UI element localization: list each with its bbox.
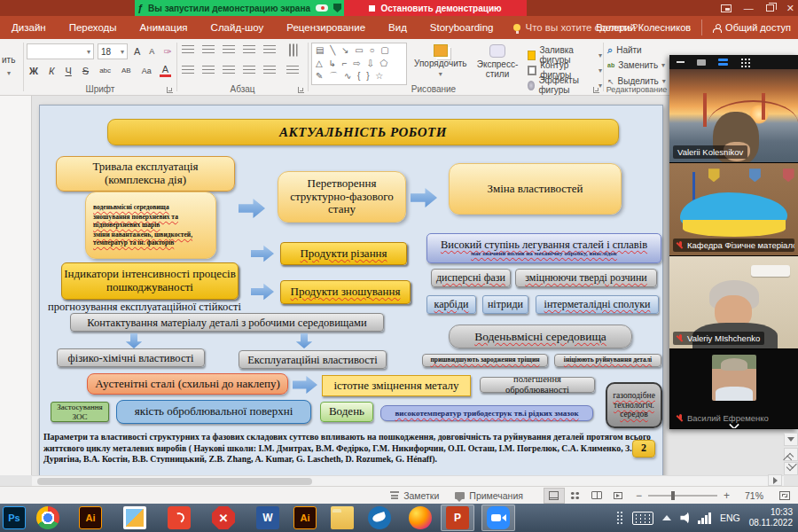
scrollbar-thumb[interactable]: [37, 478, 312, 485]
tray-handle-icon[interactable]: [616, 511, 623, 525]
taskbar-zoom-active[interactable]: [481, 505, 515, 531]
strikethrough-button[interactable]: S: [80, 66, 91, 76]
comments-button[interactable]: Примечания: [447, 490, 531, 501]
slide-sorter-button[interactable]: [565, 488, 586, 504]
arrange-button[interactable]: Упорядочить ▾: [414, 44, 467, 78]
increase-indent-icon[interactable]: [243, 45, 255, 55]
next-slide-button[interactable]: [784, 462, 798, 475]
paste-dropdown-icon[interactable]: ▾: [7, 69, 11, 77]
char-spacing-button[interactable]: АВ: [119, 66, 134, 74]
security-shield-icon[interactable]: [333, 4, 341, 12]
speaker-view-icon[interactable]: [718, 59, 728, 66]
taskbar-firefox-icon[interactable]: [409, 506, 432, 529]
video-tile-1[interactable]: Valerii Kolesnikov: [669, 69, 798, 163]
taskbar-capture-icon[interactable]: [168, 506, 191, 529]
font-size-combo[interactable]: 18▾: [98, 43, 128, 59]
taskbar-chrome-icon[interactable]: [36, 506, 59, 529]
replace-button[interactable]: ab Заменить▾: [607, 60, 665, 70]
video-tile-2[interactable]: Кафедра Фізичне матеріало: [669, 163, 798, 256]
shadow-button[interactable]: abc: [97, 66, 113, 74]
zoom-small-view-icon[interactable]: [697, 59, 706, 66]
minimize-button[interactable]: —: [744, 4, 754, 13]
tray-expand-icon[interactable]: [662, 515, 671, 520]
tab-storyboarding[interactable]: Storyboarding: [419, 16, 505, 39]
scrollbar-dropdown-button[interactable]: [784, 433, 798, 446]
previous-slide-button[interactable]: [784, 448, 798, 461]
slide-thumbnails-panel[interactable]: [0, 96, 32, 475]
font-color-button[interactable]: А: [160, 64, 171, 77]
paste-button-partial[interactable]: ить ▾: [0, 39, 23, 96]
italic-button[interactable]: К: [46, 66, 57, 76]
touch-keyboard-icon[interactable]: [632, 512, 653, 525]
bullets-icon[interactable]: [182, 45, 194, 55]
language-indicator[interactable]: ENG: [720, 512, 740, 523]
zoom-in-button[interactable]: +: [724, 489, 730, 502]
volume-icon[interactable]: [680, 512, 689, 523]
normal-view-button[interactable]: [544, 488, 565, 504]
box-long-exploitation: Тривала експлуатація (комплексна дія): [56, 156, 235, 192]
presenter-view-icon[interactable]: [721, 4, 732, 12]
tab-review[interactable]: Рецензирование: [275, 16, 377, 39]
numbering-icon[interactable]: [202, 45, 215, 55]
zoom-slider[interactable]: − +: [629, 489, 737, 502]
underline-button[interactable]: Ч: [62, 66, 74, 76]
taskbar-stop-icon[interactable]: ✕: [212, 506, 235, 529]
slideshow-button[interactable]: [607, 488, 629, 504]
tab-slideshow[interactable]: Слайд-шоу: [200, 16, 276, 39]
shrink-font-button[interactable]: А: [146, 47, 157, 56]
align-center-icon[interactable]: [202, 66, 215, 75]
taskbar-powerpoint-active[interactable]: P: [441, 505, 474, 531]
font-dialog-launcher[interactable]: [167, 87, 173, 93]
change-case-button[interactable]: Аа: [139, 66, 154, 75]
zoom-slider-thumb[interactable]: [671, 491, 675, 500]
quick-styles-button[interactable]: Экспресс-стили: [473, 44, 521, 79]
taskbar-photoshop-icon[interactable]: Ps: [3, 506, 26, 529]
clock[interactable]: 10:33 08.11.2022: [749, 507, 793, 529]
decrease-indent-icon[interactable]: [223, 45, 235, 55]
taskbar-photos-icon[interactable]: [123, 506, 146, 529]
line-spacing-icon[interactable]: [263, 45, 276, 55]
notes-button[interactable]: Заметки: [382, 490, 447, 501]
tab-animations[interactable]: Анимация: [129, 16, 200, 39]
reading-view-button[interactable]: [586, 488, 607, 504]
shape-effects-button[interactable]: Эффекты фигуры▾: [528, 75, 602, 95]
slide-canvas[interactable]: АКТУАЛЬНІСТЬ РОБОТИ Тривала експлуатація…: [39, 105, 663, 477]
justify-icon[interactable]: [243, 66, 255, 75]
font-name-combo[interactable]: ▾: [27, 43, 94, 59]
gallery-view-icon[interactable]: [740, 58, 750, 67]
text-direction-icon[interactable]: [288, 44, 298, 57]
close-button[interactable]: ✕: [786, 4, 794, 13]
zoom-out-button[interactable]: −: [636, 489, 642, 502]
restore-button[interactable]: [766, 4, 774, 12]
video-tile-4[interactable]: Василий Ефременко: [669, 349, 798, 429]
video-tile-3[interactable]: Valeriy MIshchenko: [669, 256, 798, 349]
fit-to-window-button[interactable]: [771, 491, 798, 500]
shapes-gallery[interactable]: ▤ ╲ ↘ ▭ ○ ▢ △ ↳ ⌐ ⇨ ⇩ ⬠ ✎ ⌒ ∿ { } ☆: [311, 43, 407, 85]
taskbar-explorer-icon[interactable]: [331, 506, 354, 529]
paragraph-dialog-launcher[interactable]: [298, 87, 304, 93]
zoom-minimize-icon[interactable]: [677, 61, 685, 63]
zoom-percentage[interactable]: 71%: [737, 490, 771, 501]
horizontal-scrollbar[interactable]: [32, 475, 784, 486]
align-right-icon[interactable]: [223, 66, 235, 75]
smartart-icon[interactable]: [286, 66, 299, 75]
clear-format-icon[interactable]: ✑: [160, 46, 174, 58]
bold-button[interactable]: Ж: [27, 66, 41, 76]
grow-font-button[interactable]: А: [131, 46, 143, 57]
taskbar-illustrator2-icon[interactable]: Ai: [293, 506, 317, 529]
chevron-down-icon[interactable]: [729, 420, 739, 426]
tab-transitions[interactable]: Переходы: [58, 16, 129, 39]
share-button[interactable]: Общий доступ: [701, 20, 791, 35]
align-left-icon[interactable]: [182, 66, 194, 75]
stop-share-button[interactable]: Остановить демонстрацию: [344, 0, 527, 16]
taskbar-illustrator-icon[interactable]: Ai: [79, 506, 102, 529]
taskbar-thunderbird-icon[interactable]: [368, 506, 391, 529]
find-button[interactable]: ⌕ Найти: [607, 44, 642, 56]
tab-view[interactable]: Вид: [377, 16, 419, 39]
taskbar-word-icon[interactable]: W: [256, 506, 279, 529]
zoom-slider-track[interactable]: [648, 495, 717, 497]
network-signal-icon[interactable]: [698, 512, 711, 524]
columns-icon[interactable]: [263, 66, 276, 75]
tab-design[interactable]: Дизайн: [0, 16, 58, 39]
scroll-right-button[interactable]: [768, 474, 782, 486]
